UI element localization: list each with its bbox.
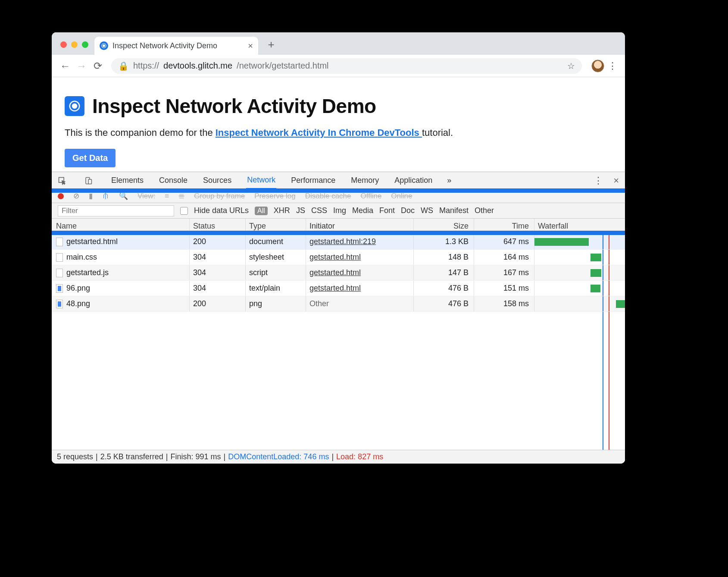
small-view-icon[interactable]: ≣ xyxy=(178,191,184,201)
table-row[interactable]: 48.png200pngOther476 B158 ms xyxy=(52,296,625,312)
filter-type-doc[interactable]: Doc xyxy=(401,206,415,215)
tab-application[interactable]: Application xyxy=(394,172,433,188)
url-scheme: https:// xyxy=(133,61,159,71)
cell-name: 48.png xyxy=(52,296,190,311)
record-icon[interactable] xyxy=(58,193,64,199)
cell-size: 1.3 KB xyxy=(414,234,474,249)
hide-data-urls-label: Hide data URLs xyxy=(194,206,249,215)
group-by-frame-label: Group by frame xyxy=(194,192,245,201)
inspect-element-icon[interactable] xyxy=(58,176,66,185)
svg-rect-6 xyxy=(88,179,92,184)
col-waterfall[interactable]: Waterfall xyxy=(534,219,625,234)
network-toolbar: ⊘ ▮ ⫛ 🔍 View: ≡ ≣ Group by frame Preserv… xyxy=(52,189,625,203)
get-data-button[interactable]: Get Data xyxy=(65,149,116,167)
cell-name: getstarted.js xyxy=(52,265,190,280)
cell-status: 200 xyxy=(190,234,246,249)
cell-time: 164 ms xyxy=(474,250,534,265)
view-label: View: xyxy=(137,192,155,201)
cell-status: 304 xyxy=(190,250,246,265)
new-tab-button[interactable]: + xyxy=(262,38,280,55)
filters-highlight-region: ⊘ ▮ ⫛ 🔍 View: ≡ ≣ Group by frame Preserv… xyxy=(52,189,625,234)
filter-type-manifest[interactable]: Manifest xyxy=(439,206,469,215)
profile-avatar-icon[interactable] xyxy=(591,60,604,72)
col-size[interactable]: Size xyxy=(414,219,474,234)
bookmark-icon[interactable]: ☆ xyxy=(567,61,575,71)
camera-icon[interactable]: ▮ xyxy=(89,191,93,201)
tab-memory[interactable]: Memory xyxy=(350,172,380,188)
more-tabs-icon[interactable]: » xyxy=(447,176,451,185)
devtools-close-icon[interactable]: × xyxy=(613,175,619,186)
cell-initiator[interactable]: getstarted.html xyxy=(306,250,414,265)
tutorial-link[interactable]: Inspect Network Activity In Chrome DevTo… xyxy=(216,127,422,138)
svg-point-3 xyxy=(72,104,77,108)
disable-cache-label: Disable cache xyxy=(305,192,351,201)
tab-sources[interactable]: Sources xyxy=(202,172,232,188)
cell-initiator[interactable]: getstarted.html xyxy=(306,265,414,280)
cell-name: 96.png xyxy=(52,281,190,296)
cell-status: 304 xyxy=(190,281,246,296)
browser-menu-icon[interactable]: ⋮ xyxy=(606,60,619,72)
back-button[interactable]: ← xyxy=(58,59,72,73)
forward-button[interactable]: → xyxy=(74,59,89,73)
filter-type-font[interactable]: Font xyxy=(379,206,395,215)
cell-initiator[interactable]: getstarted.html xyxy=(306,281,414,296)
col-name[interactable]: Name xyxy=(52,219,190,234)
table-row[interactable]: getstarted.js304scriptgetstarted.html147… xyxy=(52,265,625,281)
minimize-window-icon[interactable] xyxy=(71,41,78,48)
cell-waterfall xyxy=(534,265,625,280)
tab-performance[interactable]: Performance xyxy=(290,172,336,188)
col-status[interactable]: Status xyxy=(190,219,246,234)
filter-type-css[interactable]: CSS xyxy=(311,206,327,215)
intro-suffix: tutorial. xyxy=(422,127,453,138)
cell-time: 151 ms xyxy=(474,281,534,296)
close-window-icon[interactable] xyxy=(60,41,67,48)
tab-elements[interactable]: Elements xyxy=(110,172,144,188)
network-status-bar: 5 requests | 2.5 KB transferred | Finish… xyxy=(52,450,625,464)
tab-network[interactable]: Network xyxy=(246,172,276,189)
search-icon[interactable]: 🔍 xyxy=(119,191,128,201)
hide-data-urls-checkbox[interactable] xyxy=(180,207,188,215)
cell-status: 200 xyxy=(190,296,246,311)
address-bar[interactable]: 🔒 https://devtools.glitch.me/network/get… xyxy=(111,58,582,74)
maximize-window-icon[interactable] xyxy=(82,41,88,48)
browser-tab[interactable]: Inspect Network Activity Demo × xyxy=(94,37,258,55)
filter-type-js[interactable]: JS xyxy=(296,206,305,215)
cell-waterfall xyxy=(534,250,625,265)
network-table-header: Name Status Type Initiator Size Time Wat… xyxy=(52,219,625,234)
favicon-icon xyxy=(100,41,108,50)
cell-time: 647 ms xyxy=(474,234,534,249)
filter-type-all[interactable]: All xyxy=(255,207,268,215)
file-icon xyxy=(56,238,63,246)
file-icon xyxy=(56,253,63,262)
table-row[interactable]: getstarted.html200documentgetstarted.htm… xyxy=(52,234,625,250)
table-row[interactable]: 96.png304text/plaingetstarted.html476 B1… xyxy=(52,281,625,296)
url-host: devtools.glitch.me xyxy=(163,61,232,71)
filter-input[interactable] xyxy=(58,205,174,216)
col-type[interactable]: Type xyxy=(246,219,306,234)
tab-bar: Inspect Network Activity Demo × + xyxy=(52,32,625,55)
tab-console[interactable]: Console xyxy=(158,172,188,188)
large-view-icon[interactable]: ≡ xyxy=(165,192,169,201)
reload-button[interactable]: ⟳ xyxy=(91,59,105,73)
cell-initiator[interactable]: Other xyxy=(306,296,414,311)
filter-type-media[interactable]: Media xyxy=(352,206,373,215)
filter-type-ws[interactable]: WS xyxy=(421,206,433,215)
cell-type: text/plain xyxy=(246,281,306,296)
page-title: Inspect Network Activity Demo xyxy=(92,94,376,118)
table-row[interactable]: main.css304stylesheetgetstarted.html148 … xyxy=(52,250,625,265)
close-tab-icon[interactable]: × xyxy=(248,41,253,51)
file-icon xyxy=(56,284,63,293)
filter-type-img[interactable]: Img xyxy=(333,206,346,215)
filter-type-other[interactable]: Other xyxy=(475,206,494,215)
clear-icon[interactable]: ⊘ xyxy=(73,191,79,201)
col-time[interactable]: Time xyxy=(474,219,534,234)
network-table: getstarted.html200documentgetstarted.htm… xyxy=(52,234,625,450)
cell-initiator[interactable]: getstarted.html:219 xyxy=(306,234,414,249)
devtools-menu-icon[interactable]: ⋮ xyxy=(594,175,603,186)
filter-icon[interactable]: ⫛ xyxy=(102,192,109,201)
page-intro: This is the companion demo for the Inspe… xyxy=(65,127,612,138)
page-content: Inspect Network Activity Demo This is th… xyxy=(52,77,625,172)
filter-type-xhr[interactable]: XHR xyxy=(274,206,290,215)
device-toolbar-icon[interactable] xyxy=(84,176,92,185)
col-initiator[interactable]: Initiator xyxy=(306,219,414,234)
